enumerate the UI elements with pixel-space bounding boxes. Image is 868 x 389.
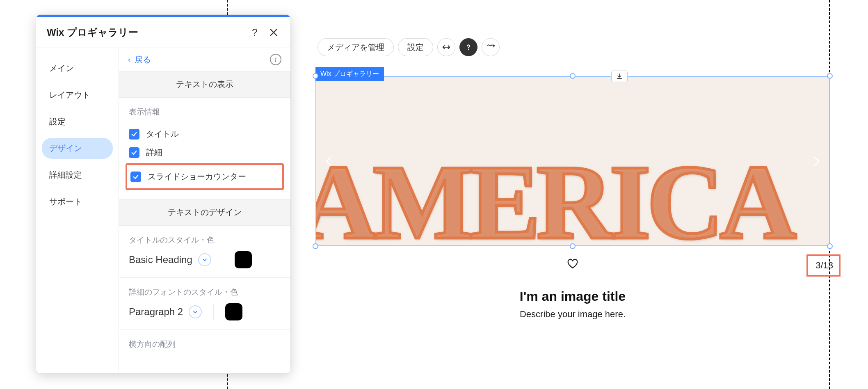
gallery-image-description: Describe your image here. <box>315 309 830 320</box>
close-icon <box>269 28 278 37</box>
stretch-icon <box>442 43 451 52</box>
close-button[interactable] <box>267 25 281 39</box>
divider <box>223 252 223 268</box>
chevron-down-icon <box>198 253 211 266</box>
sidebar-item-label: デザイン <box>49 144 82 153</box>
sidebar-item-layout[interactable]: レイアウト <box>42 85 113 105</box>
gallery-settings-panel: Wix プロギャラリー ? メイン レイアウト 設定 デザイン 詳細設定 サポー… <box>36 15 290 373</box>
gallery-next-button[interactable] <box>806 151 827 172</box>
chevron-down-icon <box>189 305 202 318</box>
check-row-details: 詳細 <box>129 143 281 162</box>
title-style-row: タイトルのスタイル・色 Basic Heading <box>119 226 290 278</box>
sidebar-item-advanced[interactable]: 詳細設定 <box>42 165 113 185</box>
animation-icon <box>486 43 495 52</box>
sidebar-item-label: サポート <box>49 197 82 206</box>
sidebar-item-support[interactable]: サポート <box>42 191 113 212</box>
panel-header: Wix プロギャラリー ? <box>36 17 290 48</box>
check-label: スライドショーカウンター <box>148 171 246 182</box>
detail-color-swatch[interactable] <box>225 303 242 320</box>
gallery-element[interactable]: AMERICA <box>315 76 830 246</box>
section-header-text-design: テキストのデザイン <box>119 199 290 226</box>
resize-handle-ne[interactable] <box>827 73 833 79</box>
gallery-image-content: AMERICA <box>315 141 793 246</box>
like-button[interactable] <box>566 258 579 272</box>
detail-style-dropdown[interactable]: Paragraph 2 <box>129 305 202 318</box>
detail-style-label: 詳細のフォントのスタイル・色 <box>129 287 281 297</box>
title-color-swatch[interactable] <box>235 251 252 268</box>
section-header-text-display: テキストの表示 <box>119 71 290 98</box>
title-style-label: タイトルのスタイル・色 <box>129 235 281 245</box>
divider <box>213 304 214 320</box>
sidebar-item-label: 詳細設定 <box>49 170 82 179</box>
question-icon <box>464 43 473 52</box>
element-type-tag[interactable]: Wix プロギャラリー <box>315 67 384 81</box>
check-icon <box>132 174 139 180</box>
animation-button[interactable] <box>482 38 500 56</box>
panel-title: Wix プロギャラリー <box>47 26 248 39</box>
checkbox-slideshow-counter[interactable] <box>130 172 141 182</box>
title-style-dropdown[interactable]: Basic Heading <box>129 253 211 266</box>
display-info-label: 表示情報 <box>129 107 281 117</box>
horizontal-align-label: 横方向の配列 <box>119 330 290 359</box>
resize-handle-s[interactable] <box>570 243 576 249</box>
anchor-button[interactable] <box>611 71 628 82</box>
help-circle-button[interactable] <box>459 38 477 56</box>
gallery-meta: 3/13 I'm an image title Describe your im… <box>315 254 830 320</box>
content-top-row: ‹ 戻る i <box>119 48 290 71</box>
resize-handle-sw[interactable] <box>313 243 318 249</box>
dropdown-value: Basic Heading <box>129 254 192 265</box>
element-action-toolbar: メディアを管理 設定 <box>318 38 500 56</box>
check-row-title: タイトル <box>129 125 281 143</box>
sidebar-item-design[interactable]: デザイン <box>42 138 113 159</box>
sidebar-item-label: 設定 <box>49 117 66 126</box>
sidebar-item-settings[interactable]: 設定 <box>42 111 113 132</box>
check-label: 詳細 <box>146 147 162 158</box>
back-label: 戻る <box>135 54 151 65</box>
resize-handle-se[interactable] <box>827 243 833 249</box>
sidebar-item-main[interactable]: メイン <box>42 58 113 79</box>
manage-media-button[interactable]: メディアを管理 <box>318 38 394 56</box>
resize-handle-n[interactable] <box>570 73 576 79</box>
counter-value: 3/13 <box>815 260 833 270</box>
back-button[interactable]: ‹ 戻る <box>128 54 151 65</box>
sidebar-item-label: メイン <box>49 64 74 73</box>
gallery-prev-button[interactable] <box>319 151 339 172</box>
check-icon <box>131 149 137 156</box>
detail-style-row: 詳細のフォントのスタイル・色 Paragraph 2 <box>119 278 290 330</box>
heart-icon <box>566 258 579 270</box>
chevron-right-icon <box>810 155 822 167</box>
panel-content: ‹ 戻る i テキストの表示 表示情報 タイトル 詳 <box>119 48 290 373</box>
check-label: タイトル <box>146 128 179 140</box>
help-button[interactable]: ? <box>248 25 262 39</box>
panel-sidebar: メイン レイアウト 設定 デザイン 詳細設定 サポート <box>36 48 119 373</box>
settings-button[interactable]: 設定 <box>398 38 433 56</box>
check-row-slideshow-counter: スライドショーカウンター <box>130 167 279 186</box>
gallery-image-title: I'm an image title <box>315 289 830 304</box>
dropdown-value: Paragraph 2 <box>129 306 183 318</box>
info-icon[interactable]: i <box>270 54 281 65</box>
sidebar-item-label: レイアウト <box>49 90 90 99</box>
button-label: 設定 <box>407 42 424 53</box>
resize-handle-nw[interactable] <box>313 73 318 79</box>
button-label: メディアを管理 <box>327 42 384 53</box>
checkbox-title[interactable] <box>129 129 139 140</box>
slideshow-counter: 3/13 <box>806 254 841 277</box>
download-icon <box>616 73 623 80</box>
checkbox-details[interactable] <box>129 147 139 158</box>
gallery-image: AMERICA <box>316 77 829 245</box>
chevron-left-icon <box>323 155 335 167</box>
stretch-button[interactable] <box>437 38 455 56</box>
check-icon <box>131 131 137 137</box>
chevron-left-icon: ‹ <box>128 55 130 64</box>
section-display-info: 表示情報 タイトル 詳細 <box>119 98 290 199</box>
highlighted-option: スライドショーカウンター <box>126 163 284 190</box>
